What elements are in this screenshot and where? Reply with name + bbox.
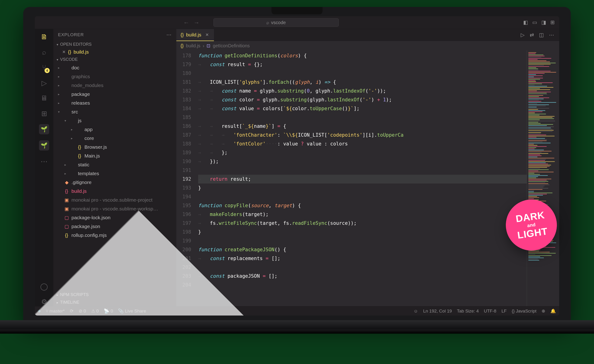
file-item[interactable]: ▣monokai pro - vscode.sublime-worksp…	[53, 204, 176, 213]
search-text: vscode	[271, 20, 286, 25]
file-item[interactable]: ▢package-lock.json	[53, 213, 176, 222]
npm-scripts-section[interactable]: ▸ NPM SCRIPTS	[53, 291, 176, 299]
open-editor-item[interactable]: ✕ {} build.js	[53, 48, 176, 56]
project-name: VSCODE	[60, 57, 78, 62]
layout-panel-icon[interactable]: ▭	[532, 20, 537, 26]
git-branch[interactable]: ⑂ master*	[46, 309, 65, 314]
code-editor[interactable]: function getIconDefinitions(colors) {→ c…	[195, 50, 527, 306]
remote-explorer-icon[interactable]: 🖥	[40, 94, 49, 103]
file-item[interactable]: {}build.js	[53, 187, 176, 195]
item-label: core	[84, 135, 94, 141]
encoding[interactable]: UTF-8	[484, 309, 496, 314]
folder-item[interactable]: ▸doc	[53, 63, 176, 72]
folder-item[interactable]: ▸package	[53, 90, 176, 99]
run-debug-icon[interactable]: ▷	[40, 78, 49, 88]
scm-badge: 4	[45, 68, 50, 73]
item-label: Browser.js	[84, 144, 107, 150]
more-icon[interactable]: ⋯	[40, 157, 49, 166]
copilot-icon[interactable]: ⊕	[541, 308, 545, 314]
js-file-icon: {}	[181, 32, 184, 38]
explorer-title: EXPLORER	[58, 32, 84, 37]
file-item[interactable]: ◆.gitignore	[53, 178, 176, 187]
live-share[interactable]: 📎 Live Share	[118, 308, 146, 314]
chevron-right-icon: ▸	[65, 172, 68, 175]
breadcrumb[interactable]: {} build.js › ⊡ getIconDefinitions	[176, 41, 559, 50]
badge-line3: LIGHT	[517, 225, 548, 241]
customize-layout-icon[interactable]: ⊞	[550, 20, 554, 26]
layout-primary-sidebar-icon[interactable]: ◧	[523, 20, 528, 26]
sync-icon[interactable]: ⟳	[70, 308, 74, 314]
file-item[interactable]: {}Browser.js	[53, 143, 176, 151]
chevron-right-icon: ▸	[57, 301, 58, 304]
split-editor-icon[interactable]: ◫	[539, 32, 544, 38]
open-editor-filename: build.js	[74, 49, 89, 55]
command-center-search[interactable]: ⌕ vscode	[214, 18, 339, 27]
folder-item[interactable]: ▸templates	[53, 169, 176, 178]
extension-plant2-icon[interactable]: 🌱	[39, 140, 49, 151]
explorer-sidebar: EXPLORER ⋯ ▾ OPEN EDITORS ✕ {} build.js …	[53, 29, 176, 306]
source-control-icon[interactable]: ⑂ 4	[40, 63, 49, 72]
item-label: node_modules	[71, 83, 103, 88]
extension-plant-icon[interactable]: 🌱	[39, 124, 49, 134]
file-item[interactable]: {}Main.js	[53, 151, 176, 160]
folder-item[interactable]: ▾js	[53, 116, 176, 125]
item-label: rollup.config.mjs	[71, 232, 107, 238]
line-number-gutter[interactable]: 1781791801811821831841851861871881891901…	[176, 50, 195, 306]
minimap[interactable]	[527, 50, 559, 306]
editor-more-icon[interactable]: ⋯	[549, 32, 554, 38]
editor-group: {} build.js ✕ ▷ ⇄ ◫ ⋯ {} build.	[176, 29, 559, 306]
folder-item[interactable]: ▾src	[53, 108, 176, 116]
folder-item[interactable]: ▸graphics	[53, 72, 176, 81]
run-icon[interactable]: ▷	[521, 32, 525, 38]
item-label: templates	[78, 171, 99, 176]
cursor-position[interactable]: Ln 192, Col 19	[423, 309, 452, 314]
indentation[interactable]: Tab Size: 4	[457, 309, 479, 314]
open-editors-label: OPEN EDITORS	[60, 42, 92, 47]
chevron-down-icon: ▾	[57, 58, 58, 61]
js-file-icon: {}	[68, 49, 71, 55]
editor-tab[interactable]: {} build.js ✕	[176, 29, 214, 41]
activity-bar: 🗎 ⌕ ⑂ 4 ▷ 🖥 ⊞ 🌱 🌱 ⋯ ◯ ⚙	[35, 29, 53, 306]
account-icon[interactable]: ◯	[40, 282, 49, 291]
item-label: js	[78, 118, 81, 123]
js-file-icon: {}	[64, 233, 69, 238]
notifications-icon[interactable]: 🔔	[550, 308, 556, 314]
file-item[interactable]: ▣monokai pro - vscode.sublime-project	[53, 195, 176, 204]
layout-secondary-sidebar-icon[interactable]: ◨	[541, 20, 546, 26]
folder-item[interactable]: ▸static	[53, 160, 176, 169]
nav-back-icon[interactable]: ←	[183, 19, 189, 26]
extensions-icon[interactable]: ⊞	[40, 109, 49, 118]
eol[interactable]: LF	[501, 309, 506, 314]
explorer-icon[interactable]: 🗎	[40, 32, 49, 41]
problems-warnings[interactable]: ⚠ 0	[91, 308, 99, 314]
problems-errors[interactable]: ⊘ 0	[79, 308, 86, 314]
js-file-icon: {}	[64, 189, 69, 194]
explorer-more-icon[interactable]: ⋯	[166, 32, 172, 38]
search-icon: ⌕	[266, 20, 269, 25]
diff-icon[interactable]: ⇄	[530, 32, 534, 38]
settings-gear-icon[interactable]: ⚙	[40, 297, 49, 306]
nav-forward-icon[interactable]: →	[194, 19, 200, 26]
feedback-icon[interactable]: ☺	[413, 309, 418, 314]
file-item[interactable]: {}rollup.config.mjs	[53, 231, 176, 240]
timeline-section[interactable]: ▸ TIMELINE	[53, 299, 176, 306]
folder-item[interactable]: ▸node_modules	[53, 81, 176, 90]
folder-item[interactable]: ▸core	[53, 134, 176, 143]
remote-indicator-icon[interactable]: ⎆	[38, 309, 40, 314]
item-label: app	[84, 127, 93, 132]
search-icon[interactable]: ⌕	[40, 47, 49, 57]
folder-item[interactable]: ▸app	[53, 125, 176, 134]
json-file-icon: ▢	[64, 224, 69, 229]
item-label: src	[71, 109, 78, 115]
item-label: graphics	[71, 74, 90, 79]
chevron-right-icon: ▸	[71, 128, 75, 131]
ports[interactable]: 📡 0	[104, 308, 113, 314]
close-editor-icon[interactable]: ✕	[62, 49, 66, 54]
project-section[interactable]: ▾ VSCODE	[53, 56, 176, 63]
item-label: .gitignore	[71, 180, 91, 185]
open-editors-section[interactable]: ▾ OPEN EDITORS	[53, 40, 176, 48]
close-tab-icon[interactable]: ✕	[205, 32, 209, 37]
language-mode[interactable]: {} JavaScript	[512, 309, 536, 314]
folder-item[interactable]: ▸releases	[53, 99, 176, 108]
file-item[interactable]: ▢package.json	[53, 222, 176, 231]
